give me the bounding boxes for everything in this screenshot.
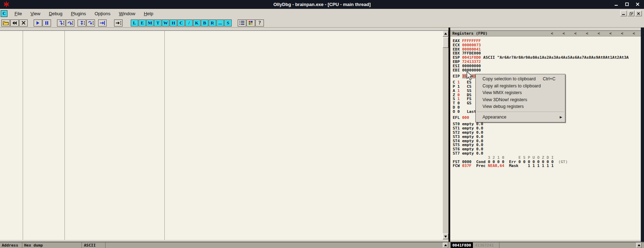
mdi-minimize-button[interactable] [620, 11, 627, 16]
scrollbar-up-button[interactable] [443, 31, 448, 36]
column-divider[interactable] [64, 31, 65, 240]
stack-scroll-up-button[interactable] [636, 243, 642, 248]
dump-column-address: Address [2, 243, 18, 248]
submenu-arrow-icon: ▶ [560, 114, 562, 121]
handles-button[interactable]: H [170, 19, 177, 27]
menu-debug[interactable]: Debug [45, 10, 67, 17]
toolbar-separator [232, 19, 238, 27]
stack-address-cell[interactable]: 0041F8D0 [451, 242, 473, 248]
register-st1[interactable]: ST1 empty 0.0 [453, 126, 641, 130]
appearance-button[interactable] [247, 19, 255, 27]
context-menu-item-appearance[interactable]: Appearance▶ [476, 114, 565, 121]
register-fst[interactable]: FST 0000 Cond 0 0 0 0 Err 0 0 0 0 0 0 0 … [453, 160, 641, 164]
collapse-chevron-icon[interactable]: < [633, 31, 635, 36]
cpu-child-window-icon[interactable]: C [1, 10, 7, 17]
patches-button[interactable]: / [185, 19, 193, 27]
close-button[interactable] [635, 1, 640, 7]
debugging-options-button[interactable] [238, 19, 246, 27]
restart-button[interactable] [10, 19, 19, 27]
toolbar-separator [123, 19, 131, 27]
register-st7[interactable]: ST7 empty 0.0 [453, 151, 641, 155]
register-edi[interactable]: EDI 00000000 [453, 68, 641, 72]
context-menu-item-view-debug-registers[interactable]: View debug registers [476, 103, 565, 110]
registers-context-menu: Copy selection to clipboardCtrl+CCopy al… [475, 74, 565, 122]
disassembly-scrollbar[interactable] [443, 30, 448, 240]
breakpoints-button[interactable]: B [201, 19, 208, 27]
mdi-close-button[interactable] [635, 11, 642, 16]
register-st4[interactable]: ST4 empty 0.0 [453, 139, 641, 143]
maximize-button[interactable] [624, 1, 630, 7]
help-button[interactable]: ? [255, 19, 264, 27]
context-menu-item-view-3dnow-registers[interactable]: View 3DNow! registers [476, 97, 565, 104]
dump-column-ascii: ASCII [84, 243, 96, 248]
log-window-button[interactable]: L [131, 19, 138, 27]
context-menu-item-copy-selection-to-clipboard[interactable]: Copy selection to clipboardCtrl+C [476, 76, 565, 83]
minimize-button[interactable] [614, 1, 619, 7]
register-ebx[interactable]: EBX 7FFDE000 [453, 51, 641, 55]
menu-help[interactable]: Help [140, 10, 158, 17]
register-st3[interactable]: ST3 empty 0.0 [453, 134, 641, 139]
collapse-chevron-icon[interactable]: < [574, 31, 577, 36]
fpu-bits-header[interactable]: 3 2 1 0 E S P U O Z D I [453, 155, 641, 160]
stack-value-cell[interactable]: 41367241 [475, 242, 494, 248]
run-button[interactable] [34, 19, 42, 27]
register-st5[interactable]: ST5 empty 0.0 [453, 143, 641, 147]
context-menu-item-copy-all-registers-to-clipboard[interactable]: Copy all registers to clipboard [476, 83, 565, 90]
source-button[interactable]: S [224, 19, 232, 27]
collapse-chevron-icon[interactable]: < [586, 31, 588, 36]
collapse-chevron-icon[interactable]: < [598, 31, 600, 36]
window-right-border [641, 28, 644, 242]
context-menu-separator [477, 112, 564, 113]
context-menu-item-view-mmx-registers[interactable]: View MMX registers [476, 90, 565, 97]
menu-plugins[interactable]: Plugins [67, 10, 90, 17]
collapse-chevron-icon[interactable]: < [563, 31, 565, 36]
register-ecx[interactable]: ECX 00000073 [453, 43, 641, 47]
register-st0[interactable]: ST0 empty 0.0 [453, 122, 641, 126]
register-edx[interactable]: EDX 00000041 [453, 47, 641, 51]
register-st6[interactable]: ST6 empty 0.0 [453, 147, 641, 151]
call-stack-button[interactable]: K [193, 19, 200, 27]
column-divider[interactable] [164, 31, 165, 240]
register-ebp[interactable]: EBP 72413372 [453, 59, 641, 64]
scrollbar-down-button[interactable] [443, 233, 448, 239]
collapse-chevron-icon[interactable]: < [609, 31, 612, 36]
step-over-button[interactable] [66, 19, 74, 27]
collapse-chevron-icon[interactable]: < [551, 31, 553, 36]
go-to-address-button[interactable] [114, 19, 123, 27]
register-fcw[interactable]: FCW 037F Prec NEAR,64 Mask 1 1 1 1 1 1 [453, 163, 641, 168]
memory-map-button[interactable]: M [146, 19, 154, 27]
menu-file[interactable]: File [10, 10, 26, 17]
registers-pane[interactable]: Registers (FPU) <<<<<<<< EAX FFFFFFFFECX… [450, 30, 641, 240]
execute-till-return-button[interactable] [98, 19, 107, 27]
menu-options[interactable]: Options [90, 10, 115, 17]
pause-button[interactable] [43, 19, 51, 27]
toolbar-separator [75, 19, 78, 27]
cpu-window-button[interactable]: C [177, 19, 185, 27]
executable-modules-button[interactable]: E [139, 19, 146, 27]
register-st2[interactable]: ST2 empty 0.0 [453, 130, 641, 134]
menu-view[interactable]: View [26, 10, 45, 17]
register-esp[interactable]: ESP 0041F8D0 ASCII "Ar6Ar7Ar8Ar9As0As1As… [453, 55, 641, 59]
column-divider[interactable] [23, 31, 23, 240]
references-button[interactable]: R [209, 19, 216, 27]
run-trace-button[interactable]: ... [216, 19, 224, 27]
close-program-button[interactable] [19, 19, 28, 27]
disassembly-pane[interactable] [0, 30, 443, 240]
dump-column-separator [105, 242, 106, 248]
scrollbar-thumb[interactable] [443, 37, 448, 48]
dump-scroll-up-button[interactable] [443, 243, 448, 248]
threads-button[interactable]: T [154, 19, 162, 27]
animate-over-button[interactable] [86, 19, 95, 27]
window-title: OllyDbg - brainpan.exe - [CPU - main thr… [0, 0, 644, 9]
step-into-button[interactable] [57, 19, 66, 27]
open-file-button[interactable] [1, 19, 10, 27]
menu-window[interactable]: Window [115, 10, 140, 17]
collapse-chevron-icon[interactable]: < [621, 31, 623, 36]
animate-into-button[interactable] [78, 19, 86, 27]
windows-button[interactable]: W [162, 19, 169, 27]
register-esi[interactable]: ESI 00000000 [453, 64, 641, 68]
register-eax[interactable]: EAX FFFFFFFF [453, 39, 641, 43]
ollydbg-window: OllyDbg - brainpan.exe - [CPU - main thr… [0, 0, 644, 248]
mdi-restore-button[interactable] [628, 11, 634, 16]
registers-pane-header: Registers (FPU) <<<<<<<< [450, 31, 641, 36]
